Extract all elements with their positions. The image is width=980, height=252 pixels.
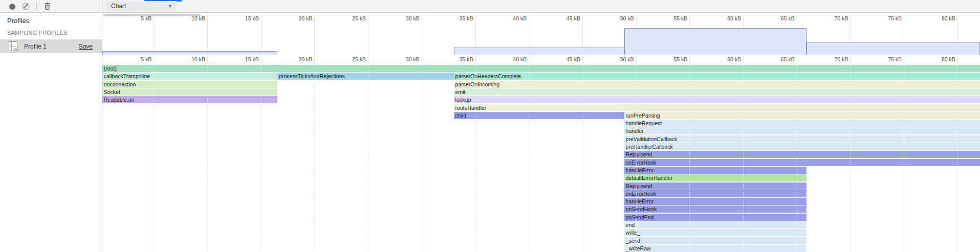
flame-ruler-tick-label: 30 kB — [386, 56, 420, 62]
grid-line-dashed-overlay — [636, 65, 637, 252]
flame-segment[interactable]: onErrorHook — [624, 190, 807, 197]
flame-segment[interactable]: emit — [454, 88, 980, 96]
toolbar-separator — [36, 3, 37, 10]
overview-ruler-tick-label: 45 kB — [547, 15, 580, 21]
flame-segment[interactable]: callbackTrampoline — [102, 73, 277, 80]
flame-ruler-tick-label: 55 kB — [654, 56, 687, 62]
flame-segment[interactable]: onSendEnd — [624, 214, 807, 221]
overview-ruler-tick-label: 20 kB — [278, 15, 312, 21]
view-mode-value: Chart — [111, 3, 126, 10]
overview-ruler-tick-label: 55 kB — [654, 15, 687, 21]
overview-heap-area-segment[interactable] — [807, 42, 980, 55]
flame-segment[interactable]: runPreParsing — [624, 112, 980, 119]
overview-ruler-tick-label: 75 kB — [868, 15, 902, 21]
overview-heap-area-segment[interactable] — [454, 48, 624, 55]
devtools-heap-profiler: { "toolbar": { "record_button": "record"… — [0, 0, 980, 252]
overview-ruler-tick-label: 60 kB — [707, 15, 741, 21]
flame-segment[interactable]: write_ — [624, 229, 807, 236]
grid-line-dashed-overlay — [743, 65, 744, 252]
grid-line-dashed-overlay — [957, 65, 958, 252]
overview-scrollbar-thumb[interactable] — [103, 14, 201, 16]
toolbar-left-group — [0, 0, 51, 13]
flame-segment[interactable]: _writeRaw — [624, 245, 807, 252]
overview-ruler-tick-label: 40 kB — [493, 15, 527, 21]
overview-ruler-tick-label: 80 kB — [922, 15, 955, 21]
flame-segment[interactable]: onconnection — [102, 81, 277, 88]
sidebar-item-profile-1[interactable]: % Profile 1 Save — [0, 39, 102, 53]
flame-segment[interactable]: parserOnHeadersComplete — [454, 73, 980, 80]
overview-ruler-tick-label: 50 kB — [600, 15, 634, 21]
overview-ruler-tick-label: 65 kB — [761, 15, 795, 21]
grid-line-dashed-overlay — [582, 65, 583, 252]
flame-segment[interactable]: preHandlerCallback — [624, 143, 980, 150]
profiles-sidebar: Profiles SAMPLING PROFILES % Profile 1 S… — [0, 13, 102, 252]
grid-line-dashed-overlay — [529, 65, 529, 252]
grid-line-dashed-overlay — [314, 65, 315, 252]
flame-ruler-tick-label: 75 kB — [868, 56, 902, 62]
flame-segment[interactable]: Socket — [102, 88, 277, 96]
grid-line-dashed-overlay — [261, 65, 262, 252]
flame-ruler-tick-label: 50 kB — [600, 56, 634, 62]
flame-ruler-tick-label: 60 kB — [707, 56, 741, 62]
overview-heap-area-segment[interactable] — [102, 51, 277, 55]
flame-segment[interactable]: child — [454, 112, 624, 119]
grid-line-dashed-overlay — [368, 65, 368, 252]
grid-line-dashed-overlay — [475, 65, 476, 252]
flame-ruler-tick-label: 40 kB — [493, 56, 527, 62]
overview-heap-area-segment[interactable] — [624, 28, 807, 55]
grid-line-dashed-overlay — [689, 65, 690, 252]
flame-ruler-tick-label: 10 kB — [171, 56, 205, 62]
grid-line-dashed-overlay — [904, 65, 904, 252]
grid-line-dashed-overlay — [797, 65, 797, 252]
flame-ruler-tick-label: 80 kB — [922, 56, 955, 62]
grid-line-dashed-overlay — [850, 65, 851, 252]
flame-ruler-tick-label: 65 kB — [761, 56, 795, 62]
chevron-down-icon: ▼ — [168, 4, 172, 9]
flame-segment[interactable]: onErrorHook — [624, 159, 980, 166]
overview-ruler-tick-label: 15 kB — [225, 15, 259, 21]
grid-line-dashed-overlay — [422, 65, 422, 252]
flame-segment[interactable]: handleError — [624, 167, 807, 174]
flame-segment[interactable]: parserOnIncoming — [454, 81, 980, 88]
flame-segment[interactable]: Readable.on — [102, 96, 277, 103]
flame-ruler-tick-label: 20 kB — [278, 56, 312, 62]
record-heap-profile-button[interactable] — [9, 4, 15, 10]
clear-profiles-icon[interactable] — [23, 3, 29, 10]
profiler-toolbar: Chart ▼ — [0, 0, 980, 13]
flame-ruler-tick-label: 45 kB — [547, 56, 580, 62]
flame-segment[interactable]: (root) — [102, 65, 980, 72]
flame-ruler-tick-label: 70 kB — [814, 56, 848, 62]
overview-ruler-tick-label: 35 kB — [440, 15, 473, 21]
flame-segment[interactable]: lookup — [454, 96, 980, 103]
sidebar-divider — [102, 0, 102, 252]
flame-segment[interactable]: _send — [624, 237, 807, 244]
flame-ruler-tick-label: 5 kB — [118, 56, 151, 62]
grid-line-dashed-overlay — [154, 65, 154, 252]
profile-document-icon: % — [9, 41, 17, 51]
save-profile-link[interactable]: Save — [79, 43, 93, 50]
overview-ruler-tick-label: 30 kB — [386, 15, 420, 21]
flame-segment[interactable]: processTicksAndRejections — [277, 73, 453, 80]
flame-segment[interactable]: Reply.send — [624, 182, 807, 190]
flame-segment[interactable]: Reply.send — [624, 151, 980, 158]
flame-segment[interactable]: handleError — [624, 198, 807, 205]
flame-ruler-tick-label: 25 kB — [332, 56, 366, 62]
flame-segment[interactable]: handleRequest — [624, 120, 980, 127]
flame-ruler-tick-label: 15 kB — [225, 56, 259, 62]
flame-segment[interactable]: handler — [624, 127, 980, 134]
flame-segment[interactable]: defaultErrorHandler — [624, 174, 807, 181]
flame-segment[interactable]: preValidationCallback — [624, 135, 980, 143]
flame-segment[interactable]: onSendHook — [624, 205, 807, 213]
grid-line-dashed-overlay — [207, 65, 208, 252]
sampling-profiles-section-title: SAMPLING PROFILES — [7, 30, 68, 36]
profile-name: Profile 1 — [24, 43, 47, 50]
delete-profile-icon[interactable] — [44, 3, 51, 10]
overview-ruler-tick-label: 25 kB — [332, 15, 366, 21]
flame-segment[interactable]: end — [624, 221, 807, 228]
overview-ruler-tick-label: 70 kB — [814, 15, 848, 21]
view-mode-select[interactable]: Chart ▼ — [106, 1, 177, 11]
flame-ruler-tick-label: 35 kB — [440, 56, 473, 62]
flame-segment[interactable]: routeHandler — [454, 104, 980, 111]
profiles-pane-title: Profiles — [7, 17, 29, 25]
